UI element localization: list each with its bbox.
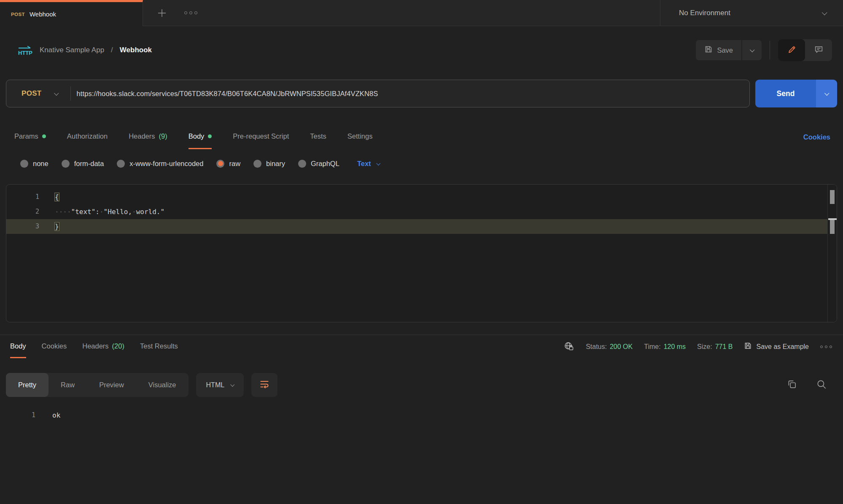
url-box: POST https://hooks.slack.com/services/T0… [6,80,750,107]
network-info-button[interactable] [564,341,574,352]
search-icon [816,379,827,391]
method-value: POST [22,89,42,98]
pencil-icon [787,45,796,56]
chevron-down-icon [54,91,59,96]
radio-raw[interactable]: raw [216,160,240,168]
copy-response-button[interactable] [786,379,797,391]
globe-lock-icon [564,341,574,352]
tab-settings[interactable]: Settings [347,125,373,149]
wrap-text-icon [259,379,270,391]
send-button[interactable]: Send [755,80,816,107]
tab-params[interactable]: Params [14,125,46,149]
editor-scrollbar[interactable] [827,185,837,322]
url-input[interactable]: https://hooks.slack.com/services/T06TD83… [71,90,750,98]
response-headers-count-badge: (20) [112,342,124,350]
send-options-button[interactable] [816,80,837,107]
radio-none[interactable]: none [20,160,48,168]
edit-comment-group [778,39,832,61]
response-tab-body[interactable]: Body [10,335,26,358]
cookies-link[interactable]: Cookies [803,133,830,141]
save-button[interactable]: Save [696,40,741,60]
search-response-button[interactable] [816,379,827,391]
plus-icon [156,8,167,19]
view-mode-pretty[interactable]: Pretty [6,373,48,397]
radio-binary-label: binary [266,160,285,168]
request-body-editor[interactable]: 1 { 2 ····"text":·"Hello,·world." 3 } [6,184,837,322]
view-mode-switcher: Pretty Raw Preview Visualize [6,373,189,397]
edit-button[interactable] [778,39,805,61]
scrollbar-mark [830,220,835,234]
save-as-example-button[interactable]: Save as Example [744,342,809,351]
environment-selector[interactable]: No Environment [660,0,843,26]
response-tab-test-results[interactable]: Test Results [140,335,178,358]
response-options-button[interactable] [820,346,832,348]
new-tab-button[interactable] [156,8,167,19]
body-active-dot [208,134,212,138]
params-active-dot [42,134,46,138]
size-value: 771 B [715,343,733,351]
editor-line-1: 1 { [6,190,837,204]
response-tab-body-label: Body [10,342,26,350]
tab-pre-request-script[interactable]: Pre-request Script [233,125,289,149]
chevron-down-icon [824,91,829,96]
save-icon [704,45,713,55]
editor-line-2: 2 ····"text":·"Hello,·world." [6,204,837,219]
tab-options-button[interactable] [184,11,197,14]
tab-method-badge: POST [11,12,25,17]
response-tab-cookies[interactable]: Cookies [42,335,67,358]
close-brace: } [55,223,59,231]
line-number: 1 [0,408,35,423]
breadcrumb-request-name[interactable]: Webhook [120,46,152,54]
scrollbar-mark [830,190,835,204]
editor-line-3-current: 3 } [6,219,837,234]
radio-urlencoded-label: x-www-form-urlencoded [129,160,203,168]
tab-body-label: Body [189,132,205,140]
response-format-value: HTML [206,381,225,389]
size-indicator: Size: 771 B [697,343,733,351]
method-selector[interactable]: POST [6,89,70,98]
status-label: Status: [586,343,607,351]
tab-headers[interactable]: Headers (9) [129,125,167,149]
view-mode-preview[interactable]: Preview [87,373,136,397]
whitespace-dots: ···· [55,208,71,216]
raw-language-selector[interactable]: Text [357,160,380,168]
radio-graphql[interactable]: GraphQL [298,160,339,168]
save-options-button[interactable] [742,40,762,60]
breadcrumb-collection[interactable]: Knative Sample App [40,46,104,54]
wrap-lines-button[interactable] [251,373,277,397]
tab-authorization[interactable]: Authorization [67,125,108,149]
radio-selected-icon [216,160,224,168]
response-section: Body Cookies Headers (20) Test Results [0,335,843,423]
time-value: 120 ms [664,343,686,351]
more-options-icon [820,346,832,348]
radio-x-www-form-urlencoded[interactable]: x-www-form-urlencoded [117,160,203,168]
response-body: 1 ok [0,408,843,423]
tab-headers-label: Headers [129,132,155,140]
line-number: 1 [6,190,39,204]
save-button-label: Save [717,46,733,54]
comment-button[interactable] [805,39,832,61]
view-mode-raw[interactable]: Raw [48,373,87,397]
response-tab-headers[interactable]: Headers (20) [82,335,124,358]
raw-language-value: Text [357,160,371,168]
radio-form-data[interactable]: form-data [62,160,104,168]
send-button-group: Send [755,80,837,107]
copy-icon [786,379,797,391]
breadcrumb-separator: / [111,46,113,54]
tab-tests[interactable]: Tests [310,125,326,149]
request-tab-webhook[interactable]: POST Webhook [0,0,143,26]
radio-form-data-label: form-data [74,160,104,168]
request-header: HTTP Knative Sample App / Webhook Save [0,26,843,74]
radio-binary[interactable]: binary [253,160,285,168]
tab-title: Webhook [30,11,56,18]
response-format-selector[interactable]: HTML [196,373,244,397]
svg-text:HTTP: HTTP [18,50,32,56]
tab-body[interactable]: Body [189,125,212,149]
time-label: Time: [644,343,660,351]
time-indicator: Time: 120 ms [644,343,686,351]
whitespace-dot: · [100,208,104,216]
whitespace-dot: · [132,208,136,216]
view-mode-visualize[interactable]: Visualize [136,373,189,397]
open-brace: { [55,193,59,201]
chevron-down-icon [230,383,234,387]
